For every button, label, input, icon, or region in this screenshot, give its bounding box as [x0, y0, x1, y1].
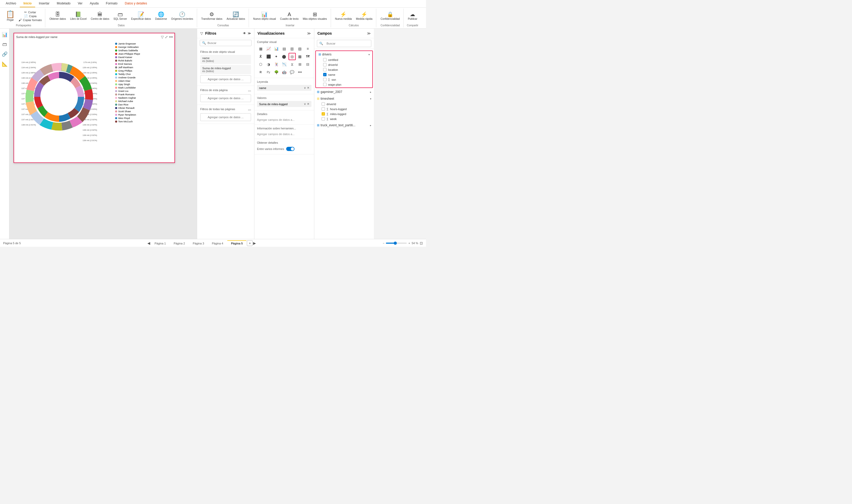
name-checkbox[interactable]: ✓: [323, 73, 326, 76]
viz-kpi-icon[interactable]: 📉: [281, 61, 288, 68]
tab-datos-detalles[interactable]: Datos y detalles: [121, 0, 150, 7]
viz-scatter-icon[interactable]: ✦: [273, 53, 280, 60]
viz-funnel-icon[interactable]: ⬡: [257, 61, 264, 68]
viz-more-icon[interactable]: •••: [296, 69, 304, 76]
driverid-checkbox[interactable]: [323, 63, 326, 66]
tab-inicio[interactable]: Inicio: [20, 0, 35, 7]
viz-area-icon[interactable]: 📊: [273, 45, 280, 52]
filters-search-input[interactable]: [208, 41, 249, 44]
fields-item-week[interactable]: ∑ week: [314, 116, 374, 121]
fields-item-miles-logged[interactable]: ✓ ∑ miles-logged: [314, 111, 374, 116]
fields-search-input[interactable]: [324, 41, 369, 46]
drillthrough-toggle[interactable]: [286, 147, 295, 151]
medida-rapida-btn[interactable]: ⚡ Medida rápida: [354, 11, 374, 21]
viz-bar-icon[interactable]: ▦: [257, 45, 264, 52]
page-tab-2[interactable]: Página 2: [170, 240, 189, 246]
mas-visuales-btn[interactable]: ⊞ Más objetos visuales: [301, 11, 329, 21]
sidebar-model-icon[interactable]: 🔗: [1, 50, 8, 58]
format-copy-btn[interactable]: 🖌 Copiar formato: [17, 18, 43, 22]
miles-logged-checkbox[interactable]: ✓: [322, 112, 325, 115]
fields-item-name[interactable]: ✓ name: [316, 72, 372, 77]
wageplan-checkbox[interactable]: [323, 83, 326, 86]
nuevo-visual-btn[interactable]: 📊 Nuevo objeto visual: [251, 11, 277, 21]
legend-field-chevron[interactable]: ∨: [304, 86, 306, 90]
certified-checkbox[interactable]: [323, 58, 326, 61]
viz-ai-icon[interactable]: 🤖: [281, 69, 288, 76]
page-filters-dots[interactable]: •••: [248, 89, 251, 92]
viz-col2-icon[interactable]: ▧: [296, 45, 304, 52]
ssn-checkbox[interactable]: [323, 78, 326, 81]
focus-toolbar-btn[interactable]: ⤢: [165, 35, 168, 39]
more-toolbar-btn[interactable]: •••: [169, 35, 173, 39]
fields-item-certified[interactable]: certified: [316, 57, 372, 62]
transformar-btn[interactable]: ⚙ Transformar datos: [200, 11, 224, 21]
tab-insertar[interactable]: Insertar: [35, 0, 53, 7]
fields-item-location[interactable]: location: [316, 67, 372, 72]
page-tab-4[interactable]: Página 4: [208, 240, 227, 246]
actualizar-btn[interactable]: 🔄 Actualizar datos: [225, 11, 247, 21]
fields-item-wageplan[interactable]: wage-plan: [316, 82, 372, 87]
viz-waterfall-icon[interactable]: ⬛: [265, 53, 272, 60]
confidencialidad-btn[interactable]: 🔒 Confidencialidad: [379, 11, 401, 21]
sql-btn[interactable]: 🗃 SQL Server: [112, 11, 129, 21]
obtener-datos-btn[interactable]: 🗄 Obtener datos: [48, 11, 68, 21]
tab-modelado[interactable]: Modelado: [53, 0, 74, 7]
cuadro-texto-btn[interactable]: A Cuadro de texto: [279, 11, 300, 21]
libro-excel-btn[interactable]: 📗 Libro de Excel: [69, 11, 88, 21]
viz-decomp-icon[interactable]: 🌳: [273, 69, 280, 76]
centro-datos-btn[interactable]: 🏛 Centro de datos: [89, 11, 111, 21]
drivers-group-header[interactable]: ⊞ drivers ▾: [316, 52, 372, 57]
viz-bar3-icon[interactable]: ≡: [304, 45, 312, 52]
filter-eye-icon[interactable]: 👁: [243, 32, 246, 35]
dataverse-btn[interactable]: 🌐 Dataverse: [154, 11, 169, 21]
tab-formato[interactable]: Formato: [102, 0, 121, 7]
viz-bar2-icon[interactable]: ▤: [281, 45, 288, 52]
page-tab-1[interactable]: Página 1: [151, 240, 169, 246]
add-all-pages-filter-btn[interactable]: Agregar campos de datos ...: [200, 113, 251, 121]
fields-item-ssn[interactable]: ∑ ssn: [316, 77, 372, 82]
viz-python-icon[interactable]: Py: [265, 69, 272, 76]
especificar-btn[interactable]: 📝 Especificar datos: [130, 11, 153, 21]
add-visual-filter-btn[interactable]: Agregar campos de datos ...: [200, 75, 251, 83]
fit-page-icon[interactable]: ⊡: [420, 241, 423, 245]
hours-logged-checkbox[interactable]: [322, 107, 325, 111]
viz-treemap-icon[interactable]: ▩: [296, 53, 304, 60]
sidebar-report-icon[interactable]: 📊: [1, 31, 8, 38]
timesheet-group-header[interactable]: ⊞ timesheet ▾: [314, 96, 374, 102]
add-tooltip-field[interactable]: Agregar campos de datos a...: [257, 131, 312, 137]
zoom-minus[interactable]: −: [383, 241, 384, 245]
viz-donut-icon[interactable]: ◎: [288, 53, 296, 60]
viz-qa-icon[interactable]: 💬: [288, 69, 296, 76]
tab-ver[interactable]: Ver: [74, 0, 86, 7]
fields-item-ts-driverid[interactable]: driverId: [314, 102, 374, 107]
zoom-slider[interactable]: [386, 242, 407, 244]
location-checkbox[interactable]: [323, 68, 326, 71]
viz-table-icon[interactable]: ⊞: [296, 61, 304, 68]
fields-expand-icon[interactable]: ≫: [367, 31, 371, 35]
viz-map-icon[interactable]: 🗺: [304, 53, 312, 60]
viz-matrix-icon[interactable]: ⊟: [304, 61, 312, 68]
filter-expand-icon[interactable]: ≫: [248, 32, 251, 35]
viz-r-icon[interactable]: R: [257, 69, 264, 76]
fields-item-hours-logged[interactable]: ∑ hours-logged: [314, 107, 374, 111]
truck-group-header[interactable]: ⊞ truck_event_text_partiti... ▸: [314, 122, 374, 128]
origenes-btn[interactable]: 🕐 Orígenes recientes: [170, 11, 195, 21]
paste-btn[interactable]: 📋 Pegar: [4, 10, 16, 22]
legend-field-remove[interactable]: ✕: [307, 86, 309, 90]
nueva-medida-btn[interactable]: ⚡ Nueva medida: [334, 11, 353, 21]
page-nav-left[interactable]: ◀: [147, 241, 150, 245]
publicar-btn[interactable]: ☁ Publicar: [406, 11, 419, 21]
tab-archivo[interactable]: Archivo: [2, 0, 20, 7]
sidebar-data-icon[interactable]: 🗃: [1, 41, 8, 48]
page-tab-3[interactable]: Página 3: [189, 240, 208, 246]
filter-item-name[interactable]: name es (todos): [200, 55, 251, 64]
values-field-chevron[interactable]: ∨: [304, 102, 306, 106]
viz-card-icon[interactable]: 🃏: [273, 61, 280, 68]
viz-ribbon-icon[interactable]: 🎗: [257, 53, 264, 60]
add-details-field[interactable]: Agregar campos de datos a...: [257, 117, 312, 122]
all-pages-dots[interactable]: •••: [248, 108, 251, 111]
viz-col-icon[interactable]: ▥: [288, 45, 296, 52]
tab-ayuda[interactable]: Ayuda: [86, 0, 102, 7]
zoom-plus[interactable]: +: [408, 241, 410, 245]
filter-item-miles[interactable]: Suma de miles-logged es (todos): [200, 65, 251, 74]
